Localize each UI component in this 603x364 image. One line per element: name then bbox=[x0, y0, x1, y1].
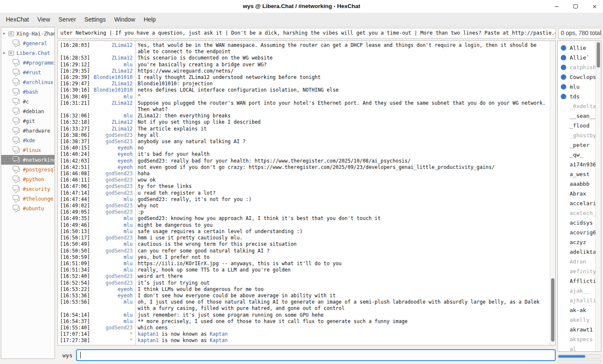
chat-nick[interactable]: mlu bbox=[89, 62, 133, 68]
tree-expander-icon[interactable]: ▾ bbox=[3, 50, 8, 56]
userlist-item[interactable]: __sean__ bbox=[558, 111, 595, 121]
chat-nick[interactable]: * bbox=[89, 337, 133, 344]
chat-nick[interactable]: eyeoh bbox=[89, 151, 133, 158]
sidebar-item--python[interactable]: #python bbox=[1, 174, 54, 184]
userlist-item[interactable]: acetech_ bbox=[558, 208, 595, 218]
userlist-item[interactable]: Allie` bbox=[558, 53, 595, 62]
minimize-icon[interactable]: − bbox=[553, 3, 560, 10]
chat-nick[interactable]: * bbox=[89, 331, 133, 337]
userlist-horizontal-scrollbar-thumb[interactable] bbox=[558, 355, 585, 358]
chat-nick[interactable]: ZLima12 bbox=[89, 68, 133, 74]
chat-nick[interactable]: eyeoh bbox=[89, 293, 133, 299]
sidebar-item--ubuntu[interactable]: #ubuntu bbox=[1, 204, 54, 213]
sidebar-server-xing-hai-zhan[interactable]: ▾Xing-Hai-Zhan bbox=[1, 29, 54, 38]
menu-item-window[interactable]: Window bbox=[110, 14, 139, 25]
chat-nick[interactable]: mlu bbox=[89, 215, 133, 222]
menu-item-view[interactable]: View bbox=[33, 14, 54, 25]
sidebar-item--security[interactable]: #security bbox=[1, 184, 54, 194]
chat-nick[interactable]: mlu bbox=[89, 261, 133, 267]
userlist-item[interactable]: ajhalili2 bbox=[558, 296, 595, 305]
chat-nick[interactable]: godSend23 bbox=[89, 177, 133, 183]
sidebar-item--hardware[interactable]: #hardware bbox=[1, 126, 54, 136]
userlist-item[interactable]: acovrig60 bbox=[558, 228, 595, 237]
menu-item-server[interactable]: Server bbox=[54, 14, 80, 25]
chat-nick[interactable]: godSend23 bbox=[89, 139, 133, 145]
chat-nick[interactable]: ZLima12 bbox=[89, 55, 133, 61]
chat-nick[interactable]: godSend23 bbox=[89, 280, 133, 286]
userlist-item[interactable]: acidsys bbox=[558, 218, 595, 228]
chat-nick[interactable]: Blondie101010 bbox=[89, 87, 133, 93]
chat-nick[interactable]: mlu bbox=[89, 196, 133, 203]
chat-scrollbar-thumb[interactable] bbox=[551, 278, 554, 342]
chat-nick[interactable]: godSend23 bbox=[89, 325, 133, 331]
sidebar-server-libera-chat[interactable]: ▾Libera.Chat bbox=[1, 48, 54, 58]
sidebar-item--kde[interactable]: #kde bbox=[1, 136, 54, 145]
userlist-item[interactable]: mlu bbox=[558, 82, 595, 92]
chat-nick[interactable]: ZLima12 bbox=[89, 81, 133, 87]
sidebar-item--archlinux[interactable]: #archlinux bbox=[1, 77, 54, 87]
userlist-item[interactable]: Abrax bbox=[558, 189, 595, 198]
userlist-item[interactable]: a174n936 bbox=[558, 160, 595, 169]
chat-nick[interactable]: ZLima12 bbox=[89, 100, 133, 113]
userlist-item[interactable]: _flood bbox=[558, 121, 595, 130]
userlist-item[interactable]: aczyz bbox=[558, 237, 595, 247]
chat-nick[interactable]: godSend23 bbox=[89, 273, 133, 280]
chat-nick[interactable]: mlu bbox=[89, 113, 133, 119]
chat-nick[interactable]: mlu bbox=[89, 228, 133, 235]
sidebar-item--linux[interactable]: #linux bbox=[1, 145, 54, 155]
chat-nick[interactable]: godSend23 bbox=[89, 183, 133, 190]
sidebar-item--c[interactable]: #c bbox=[1, 97, 54, 106]
menu-item-settings[interactable]: Settings bbox=[80, 14, 110, 25]
maximize-icon[interactable] bbox=[572, 3, 579, 10]
sidebar-item--debian[interactable]: #debian bbox=[1, 106, 54, 116]
menu-item-help[interactable]: Help bbox=[139, 14, 160, 25]
userlist-item[interactable]: accelario bbox=[558, 198, 595, 208]
sidebar-item--bash[interactable]: #bash bbox=[1, 87, 54, 97]
own-nick-label[interactable]: wys bbox=[57, 352, 76, 359]
chat-nick[interactable]: eyeoh bbox=[89, 164, 133, 171]
sidebar-item--git[interactable]: #git bbox=[1, 116, 54, 126]
userlist-item[interactable]: _peter bbox=[558, 140, 595, 150]
userlist-item[interactable]: ak-ak bbox=[558, 305, 595, 315]
userlist-item[interactable]: a_west bbox=[558, 169, 595, 179]
userlist-item[interactable]: al bbox=[558, 344, 595, 351]
userlist-item[interactable]: catphish bbox=[558, 62, 595, 72]
sidebar-item--rust[interactable]: ##rust bbox=[1, 68, 54, 77]
chat-nick[interactable]: Blondie101010 bbox=[89, 74, 133, 81]
chat-scrollbar[interactable] bbox=[550, 41, 555, 345]
sidebar-item--thelounge[interactable]: #thelounge bbox=[1, 194, 54, 204]
userlist-item[interactable]: _ghostbyte bbox=[558, 130, 595, 140]
close-icon[interactable]: × bbox=[591, 3, 598, 10]
menu-item-hexchat[interactable]: HexChat bbox=[2, 14, 33, 25]
chat-nick[interactable]: eyeoh bbox=[89, 158, 133, 164]
chat-nick[interactable]: ZLima12 bbox=[89, 126, 133, 132]
userlist-item[interactable]: aefinity bbox=[558, 266, 595, 276]
userlist-item[interactable]: tds bbox=[558, 92, 595, 101]
userlist-item[interactable]: ajak__ bbox=[558, 286, 595, 296]
chat-nick[interactable]: godSend23 bbox=[89, 203, 133, 209]
chat-nick[interactable]: godSend23 bbox=[89, 235, 133, 241]
sidebar-item--postgresql[interactable]: #postgresql bbox=[1, 165, 54, 174]
chat-nick[interactable]: godSend23 bbox=[89, 209, 133, 215]
userlist-item[interactable]: akspecs bbox=[558, 334, 595, 344]
chat-nick[interactable]: godSend23 bbox=[89, 248, 133, 254]
userlist-item[interactable]: Allie bbox=[558, 43, 595, 53]
chat-nick[interactable]: mlu bbox=[89, 267, 133, 273]
chat-nick[interactable]: mlu bbox=[89, 312, 133, 318]
userlist-scrollbar-thumb[interactable] bbox=[597, 42, 600, 68]
chat-nick[interactable]: godSend23 bbox=[89, 132, 133, 139]
chat-nick[interactable]: godSend23 bbox=[89, 190, 133, 196]
tree-expander-icon[interactable]: ▾ bbox=[3, 31, 8, 36]
userlist-scrollbar[interactable] bbox=[595, 41, 601, 351]
chat-nick[interactable]: mlu bbox=[89, 299, 133, 312]
userlist-item[interactable]: _qw_ bbox=[558, 150, 595, 160]
sidebar-item--programmi[interactable]: ##programmi bbox=[1, 58, 54, 68]
message-input[interactable] bbox=[76, 349, 556, 361]
chat-nick[interactable]: eyeoh bbox=[89, 145, 133, 151]
userlist-item[interactable]: Adran bbox=[558, 257, 595, 266]
chat-nick[interactable]: mlu bbox=[89, 241, 133, 247]
chat-nick[interactable]: mlu bbox=[89, 222, 133, 228]
chat-nick[interactable]: mlu bbox=[89, 254, 133, 261]
userlist-item[interactable]: adeliktas bbox=[558, 247, 595, 257]
chat-nick[interactable]: godSend23 bbox=[89, 171, 133, 177]
